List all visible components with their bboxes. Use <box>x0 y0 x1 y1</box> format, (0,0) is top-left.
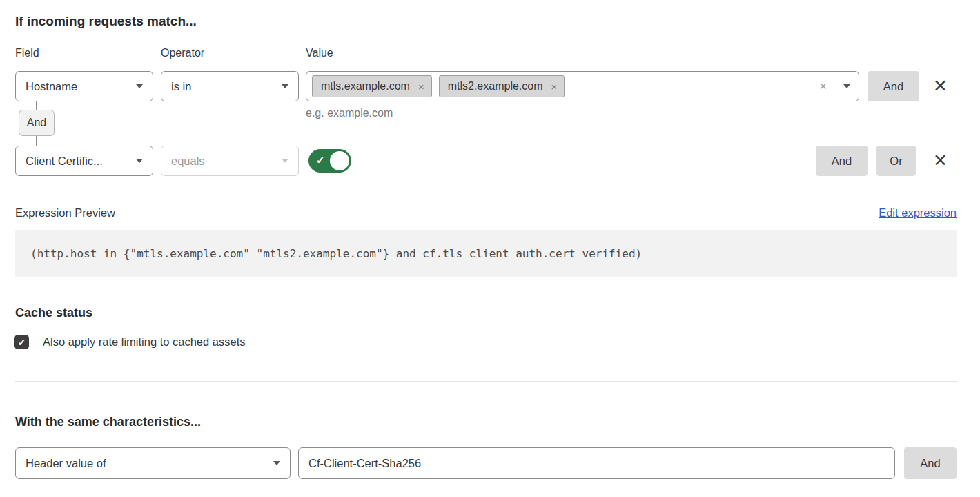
clear-values-icon[interactable]: × <box>819 80 827 92</box>
toggle-knob <box>330 151 349 170</box>
value-multiselect-row1[interactable]: mtls.example.com × mtls2.example.com × × <box>306 71 859 101</box>
expression-code: (http.host in {"mtls.example.com" "mtls2… <box>15 230 957 277</box>
characteristic-select[interactable]: Header value of <box>15 447 291 479</box>
operator-select-row1-value: is in <box>171 80 191 93</box>
cached-assets-checkbox-label: Also apply rate limiting to cached asset… <box>43 335 245 349</box>
add-characteristic-button[interactable]: And <box>904 447 957 479</box>
chevron-down-icon <box>273 461 280 465</box>
field-column-label: Field <box>15 47 39 59</box>
chevron-down-icon <box>282 159 288 163</box>
chevron-down-icon <box>136 159 143 163</box>
connector-line <box>36 101 37 110</box>
operator-select-row2-value: equals <box>171 155 205 168</box>
check-icon: ✓ <box>18 337 26 348</box>
value-tag-label: mtls2.example.com <box>448 80 543 92</box>
operator-select-row2: equals <box>161 146 299 176</box>
value-tag-label: mtls.example.com <box>321 80 410 92</box>
value-tag: mtls.example.com × <box>312 75 432 97</box>
operator-column-label: Operator <box>161 47 204 59</box>
header-name-input[interactable] <box>298 447 895 479</box>
section-divider <box>15 381 957 382</box>
and-connector-chip: And <box>19 110 55 136</box>
delete-condition-icon-row2[interactable]: ✕ <box>933 152 948 169</box>
rule-builder: If incoming requests match... Field Oper… <box>0 0 980 497</box>
chevron-down-icon <box>136 84 143 88</box>
characteristic-select-value: Header value of <box>26 457 106 470</box>
remove-tag-icon[interactable]: × <box>418 81 424 92</box>
chevron-down-icon <box>282 84 288 88</box>
field-select-row1-value: Hostname <box>26 80 77 93</box>
value-box-controls: × <box>819 80 850 92</box>
cached-assets-checkbox[interactable]: ✓ <box>14 335 29 349</box>
add-or-condition-button-row2[interactable]: Or <box>876 146 916 176</box>
value-column-label: Value <box>306 47 333 59</box>
delete-condition-icon-row1[interactable]: ✕ <box>933 77 948 95</box>
cert-verified-toggle[interactable]: ✓ <box>308 149 351 173</box>
cache-status-title: Cache status <box>15 306 92 320</box>
add-and-condition-button-row1[interactable]: And <box>868 71 919 101</box>
field-select-row2-value: Client Certific... <box>26 155 103 168</box>
edit-expression-link[interactable]: Edit expression <box>879 206 957 220</box>
connector-line <box>36 136 37 146</box>
field-select-row1[interactable]: Hostname <box>15 71 153 101</box>
chevron-down-icon[interactable] <box>843 84 850 88</box>
operator-select-row1[interactable]: is in <box>161 71 299 101</box>
section-title-incoming-requests: If incoming requests match... <box>15 14 197 29</box>
characteristics-title: With the same characteristics... <box>15 415 201 429</box>
field-select-row2[interactable]: Client Certific... <box>15 146 153 176</box>
add-and-condition-button-row2[interactable]: And <box>816 146 868 176</box>
expression-preview-label: Expression Preview <box>15 206 115 220</box>
value-tag: mtls2.example.com × <box>439 75 565 97</box>
check-icon: ✓ <box>316 154 325 166</box>
value-helper-text: e.g. example.com <box>306 107 393 119</box>
remove-tag-icon[interactable]: × <box>551 81 558 92</box>
